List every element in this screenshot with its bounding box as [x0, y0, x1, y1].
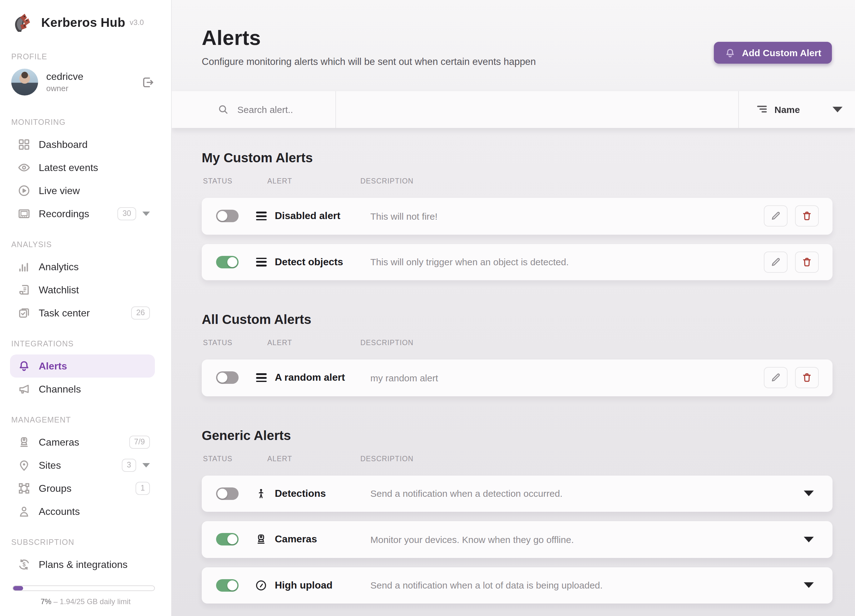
toolbar-divider	[336, 91, 336, 128]
alert-row-high-upload: High upload Send a notification when a l…	[202, 567, 832, 604]
toggle-knob	[218, 211, 227, 221]
section-title-all-custom-alerts: All Custom Alerts	[202, 312, 832, 327]
status-toggle[interactable]	[216, 533, 239, 546]
cameras-count-badge: 7/9	[129, 436, 150, 449]
alert-description: Monitor your devices. Know when they go …	[370, 534, 796, 545]
alert-name: High upload	[275, 580, 370, 591]
usage-percent: 7%	[41, 597, 52, 606]
nav-subscription: $ Plans & integrations	[0, 553, 171, 576]
app-title: Kerberos Hub	[41, 15, 125, 30]
status-toggle[interactable]	[216, 488, 239, 500]
alert-row-detections: Detections Send a notification when a de…	[202, 475, 832, 512]
alert-row-disabled-alert: Disabled alert This will not fire!	[202, 198, 832, 234]
usage-progress-fill	[13, 586, 23, 590]
usage-progress-bar	[12, 585, 155, 591]
sidebar-item-dashboard[interactable]: Dashboard	[10, 133, 155, 156]
column-headers: STATUS ALERT DESCRIPTION	[202, 455, 832, 462]
alert-description: Send a notification when a detection occ…	[370, 488, 796, 499]
sidebar-item-plans-integrations[interactable]: $ Plans & integrations	[10, 553, 155, 576]
gauge-icon	[255, 579, 267, 592]
sidebar-item-cameras[interactable]: Cameras 7/9	[10, 431, 155, 454]
search-icon	[218, 104, 229, 115]
avatar[interactable]	[11, 69, 38, 95]
status-toggle[interactable]	[216, 256, 239, 268]
trash-icon	[801, 257, 812, 268]
sidebar-item-live-view[interactable]: Live view	[10, 179, 155, 202]
sidebar-item-recordings[interactable]: Recordings 30	[10, 202, 155, 225]
sidebar-item-analytics[interactable]: Analytics	[10, 255, 155, 278]
page-header: Alerts Configure monitoring alerts which…	[172, 0, 855, 90]
nav-management: Cameras 7/9 Sites 3	[0, 431, 171, 523]
alert-name: Disabled alert	[275, 211, 370, 222]
column-description: DESCRIPTION	[360, 339, 414, 346]
sidebar: Kerberos Hub v3.0 PROFILE cedricve owner…	[0, 0, 172, 616]
sidebar-item-groups[interactable]: Groups 1	[10, 477, 155, 500]
sidebar-item-label: Recordings	[39, 208, 89, 219]
alert-description: This will only trigger when an object is…	[370, 257, 756, 267]
recordings-count-badge: 30	[117, 208, 136, 220]
expand-chevron-icon[interactable]	[804, 537, 814, 543]
profile-text: cedricve owner	[46, 71, 83, 93]
sidebar-item-channels[interactable]: Channels	[10, 378, 155, 400]
map-pin-icon	[17, 459, 31, 472]
drag-handle-icon[interactable]	[255, 371, 267, 384]
sort-control[interactable]: Name	[756, 103, 843, 116]
edit-alert-button[interactable]	[764, 206, 788, 227]
app-logo-row: Kerberos Hub v3.0	[11, 11, 171, 34]
alert-description: my random alert	[370, 373, 756, 383]
drag-handle-icon[interactable]	[255, 256, 267, 268]
toggle-knob	[218, 373, 227, 383]
delete-alert-button[interactable]	[795, 252, 819, 273]
bell-icon	[725, 47, 736, 58]
drag-handle-icon[interactable]	[255, 210, 267, 223]
delete-alert-button[interactable]	[795, 206, 819, 227]
clipboard-check-icon	[17, 306, 31, 319]
sidebar-item-label: Dashboard	[39, 139, 88, 150]
search-box	[218, 104, 425, 115]
status-toggle[interactable]	[216, 210, 239, 223]
expand-chevron-icon[interactable]	[804, 582, 814, 588]
app-version: v3.0	[130, 18, 144, 27]
edit-alert-button[interactable]	[764, 367, 788, 388]
add-custom-alert-button[interactable]: Add Custom Alert	[714, 42, 832, 64]
alert-description: This will not fire!	[370, 211, 756, 222]
film-icon	[17, 207, 31, 220]
delete-alert-button[interactable]	[795, 367, 819, 388]
sidebar-item-watchlist[interactable]: Watchlist	[10, 278, 155, 301]
column-description: DESCRIPTION	[360, 455, 414, 462]
bar-chart-icon	[17, 260, 31, 274]
status-toggle[interactable]	[216, 579, 239, 592]
status-toggle[interactable]	[216, 371, 239, 384]
profile-role: owner	[46, 84, 83, 93]
expand-chevron-icon[interactable]	[804, 491, 814, 497]
usage-detail: – 1.94/25 GB daily limit	[52, 597, 130, 606]
all-custom-alerts-rows: A random alert my random alert	[202, 359, 832, 396]
sidebar-item-label: Channels	[39, 384, 81, 395]
chevron-down-icon[interactable]	[142, 212, 150, 216]
pencil-icon	[770, 257, 781, 268]
alert-description: Send a notification when a lot of data i…	[370, 580, 796, 591]
sidebar-item-sites[interactable]: Sites 3	[10, 454, 155, 477]
search-input[interactable]	[238, 104, 425, 115]
sidebar-item-alerts[interactable]: Alerts	[10, 355, 155, 378]
chevron-down-icon[interactable]	[142, 463, 150, 468]
row-actions	[764, 206, 819, 227]
section-label-subscription: SUBSCRIPTION	[11, 538, 171, 547]
profile-username: cedricve	[46, 71, 83, 83]
alert-name: A random alert	[275, 372, 370, 384]
toggle-knob	[227, 581, 238, 590]
toolbar-divider	[738, 91, 739, 128]
section-label-profile: PROFILE	[11, 52, 171, 61]
sidebar-item-label: Live view	[39, 185, 80, 196]
sidebar-item-accounts[interactable]: Accounts	[10, 500, 155, 523]
sites-count-badge: 3	[122, 459, 136, 472]
edit-alert-button[interactable]	[764, 252, 788, 273]
alert-name: Detections	[275, 488, 370, 499]
sign-out-icon[interactable]	[141, 75, 155, 89]
kerberos-logo-icon	[11, 11, 34, 34]
sidebar-item-task-center[interactable]: Task center 26	[10, 301, 155, 324]
sidebar-item-latest-events[interactable]: Latest events	[10, 156, 155, 179]
alert-row-detect-objects: Detect objects This will only trigger wh…	[202, 244, 832, 280]
nav-integrations: Alerts Channels	[0, 355, 171, 400]
generic-alerts-rows: Detections Send a notification when a de…	[202, 475, 832, 604]
